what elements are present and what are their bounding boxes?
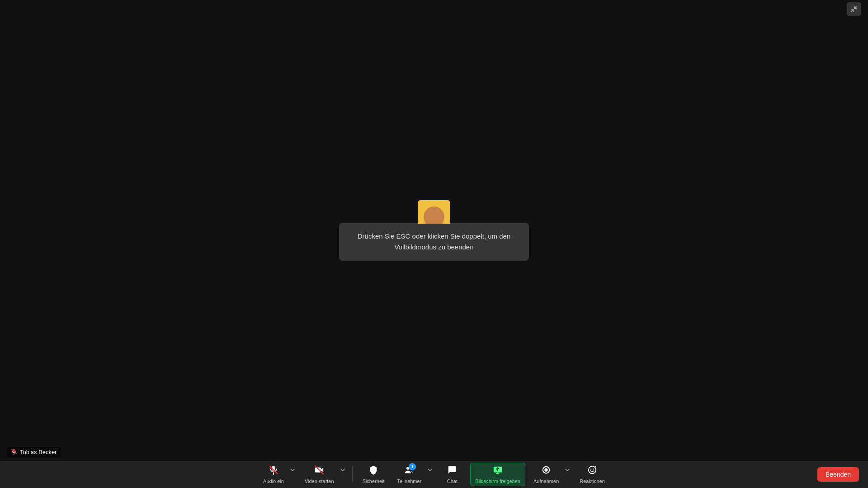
security-button[interactable]: Sicherheit (358, 463, 389, 486)
record-button[interactable]: Aufnehmen (529, 463, 563, 486)
end-button[interactable]: Beenden (817, 467, 859, 482)
fullscreen-tooltip-text: Drücken Sie ESC oder klicken Sie doppelt… (354, 231, 514, 253)
main-content: Drücken Sie ESC oder klicken Sie doppelt… (0, 0, 868, 461)
participants-button-group: 1 Teilnehmer (393, 463, 434, 486)
center-overlay: Drücken Sie ESC oder klicken Sie doppelt… (339, 200, 529, 261)
svg-line-1 (855, 6, 857, 8)
security-icon (368, 465, 378, 477)
participants-badge: 1 (409, 463, 416, 470)
fullscreen-tooltip: Drücken Sie ESC oder klicken Sie doppelt… (339, 223, 529, 261)
audio-button-group: Audio ein (259, 463, 297, 486)
svg-point-16 (590, 469, 591, 469)
participant-name: Tobias Becker (20, 449, 57, 455)
chat-icon (447, 465, 457, 477)
record-icon (541, 465, 551, 477)
svg-line-0 (851, 10, 853, 12)
participant-avatar (418, 200, 450, 224)
record-caret-button[interactable] (563, 466, 571, 474)
audio-caret-button[interactable] (288, 466, 297, 474)
exit-fullscreen-button[interactable] (847, 2, 861, 16)
mic-muted-icon (11, 448, 17, 456)
record-button-group: Aufnehmen (529, 463, 571, 486)
reactions-icon (587, 465, 597, 477)
mic-icon (269, 465, 278, 477)
reactions-button[interactable]: Reaktionen (575, 463, 609, 486)
video-button[interactable]: Video starten (300, 463, 339, 486)
video-button-group: Video starten (300, 463, 347, 486)
screenshare-button[interactable]: Bildschirm freigeben (470, 463, 525, 486)
toolbar: Audio ein Video starten (0, 461, 868, 488)
toolbar-separator-1 (352, 466, 353, 483)
participant-name-label: Tobias Becker (7, 447, 61, 457)
audio-button[interactable]: Audio ein (259, 463, 288, 486)
svg-point-17 (593, 469, 594, 469)
screenshare-label: Bildschirm freigeben (475, 479, 520, 484)
reactions-label: Reaktionen (580, 479, 605, 484)
screenshare-icon (493, 465, 503, 477)
svg-point-14 (544, 468, 547, 471)
chat-label: Chat (447, 479, 458, 484)
video-caret-button[interactable] (339, 466, 347, 474)
chat-button[interactable]: Chat (438, 463, 467, 486)
video-icon (314, 465, 324, 477)
record-label: Aufnehmen (533, 479, 559, 484)
security-label: Sicherheit (363, 479, 385, 484)
top-bar (0, 0, 868, 18)
participants-button[interactable]: 1 Teilnehmer (393, 463, 426, 486)
audio-label: Audio ein (263, 479, 284, 484)
end-label: Beenden (826, 471, 851, 478)
video-label: Video starten (305, 479, 334, 484)
participants-label: Teilnehmer (397, 479, 422, 484)
participants-icon: 1 (404, 465, 414, 477)
participants-caret-button[interactable] (426, 466, 434, 474)
